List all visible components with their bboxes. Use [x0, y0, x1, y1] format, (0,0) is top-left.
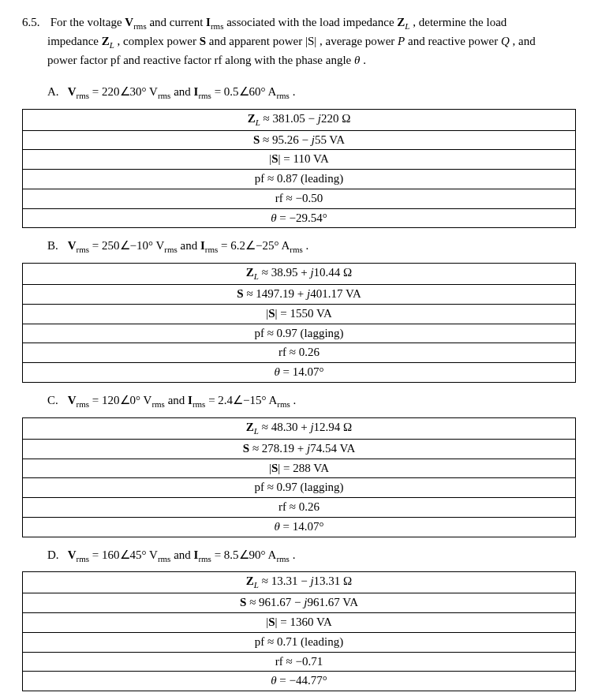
- answer-cell: θ = 14.07°: [23, 517, 576, 537]
- table-row: θ = 14.07°: [23, 363, 576, 383]
- sub-rms: rms: [276, 554, 290, 563]
- sym-theta: θ: [354, 54, 360, 66]
- stem-text: associated with the load impedance: [226, 16, 397, 28]
- answer-cell: rf ≈ −0.50: [23, 189, 576, 208]
- sub-rms: rms: [133, 21, 147, 31]
- given-text: and: [174, 85, 193, 98]
- sub-rms: rms: [158, 91, 171, 100]
- sub-rms: rms: [158, 554, 171, 563]
- given-text: and: [168, 394, 188, 406]
- sub-rms: rms: [77, 399, 90, 409]
- answer-cell: pf ≈ 0.87 (leading): [23, 170, 576, 189]
- given-text: = 160∠45°: [92, 548, 149, 561]
- sub-rms: rms: [77, 245, 90, 254]
- table-row: |S| = 110 VA: [23, 150, 576, 170]
- answer-cell: rf ≈ 0.26: [23, 343, 576, 363]
- table-row: pf ≈ 0.87 (leading): [23, 170, 576, 189]
- table-row: ZL ≈ 48.30 + j12.94 Ω: [23, 417, 576, 439]
- sub-rms: rms: [277, 399, 290, 409]
- given-text: = 120∠0°: [92, 394, 144, 406]
- answer-cell: θ = −44.77°: [23, 672, 576, 691]
- stem-text: , average power: [320, 35, 398, 47]
- table-row: rf ≈ −0.71: [23, 652, 576, 672]
- sym-s: S: [200, 35, 206, 47]
- stem-text: and reactive power: [408, 35, 501, 47]
- answer-cell: S ≈ 961.67 − j961.67 VA: [23, 593, 576, 613]
- given-text: = 0.5∠60°: [215, 85, 268, 98]
- sub-rms: rms: [198, 91, 211, 100]
- answer-cell: |S| = 110 VA: [23, 150, 576, 170]
- part-c: C. Vrms = 120∠0° Vrms and Irms = 2.4∠−15…: [22, 392, 576, 411]
- sym-v: V: [68, 239, 77, 252]
- table-row: S ≈ 961.67 − j961.67 VA: [23, 593, 576, 613]
- answer-cell: pf ≈ 0.71 (leading): [23, 632, 576, 652]
- answer-table-b: ZL ≈ 38.95 + j10.44 ΩS ≈ 1497.19 + j401.…: [22, 263, 576, 383]
- sub-rms: rms: [276, 91, 290, 100]
- stem-text: and apparent power: [209, 35, 305, 47]
- given-text: .: [293, 85, 296, 98]
- sub-l: L: [405, 21, 409, 31]
- table-row: rf ≈ −0.50: [23, 189, 576, 208]
- stem-text: impedance: [47, 35, 102, 47]
- table-row: rf ≈ 0.26: [23, 498, 576, 518]
- part-label: A.: [47, 84, 65, 101]
- answer-cell: |S| = 1360 VA: [23, 613, 576, 633]
- sub-rms: rms: [77, 91, 90, 100]
- sub-rms: rms: [164, 245, 178, 254]
- sub-l: L: [110, 40, 114, 50]
- table-row: |S| = 288 VA: [23, 459, 576, 478]
- table-row: rf ≈ 0.26: [23, 343, 576, 363]
- table-row: ZL ≈ 13.31 − j13.31 Ω: [23, 572, 576, 593]
- part-b: B. Vrms = 250∠−10° Vrms and Irms = 6.2∠−…: [22, 238, 576, 256]
- given-text: = 2.4∠−15°: [208, 394, 268, 406]
- table-row: θ = −44.77°: [23, 672, 576, 691]
- answer-cell: θ = −29.54°: [23, 208, 576, 228]
- answer-cell: rf ≈ 0.26: [23, 498, 576, 518]
- problem-stem: 6.5. For the voltage Vrms and current Ir…: [22, 14, 576, 69]
- table-row: ZL ≈ 381.05 − j220 Ω: [23, 109, 576, 130]
- answer-cell: pf ≈ 0.97 (lagging): [23, 478, 576, 498]
- sym-z: Z: [397, 16, 405, 28]
- stem-text: and current: [149, 16, 206, 28]
- part-label: B.: [47, 238, 65, 255]
- table-row: pf ≈ 0.71 (leading): [23, 632, 576, 652]
- answer-cell: |S| = 288 VA: [23, 459, 576, 478]
- answer-table-a: ZL ≈ 381.05 − j220 ΩS ≈ 95.26 − j55 VA|S…: [22, 109, 576, 229]
- answer-cell: |S| = 1550 VA: [23, 304, 576, 324]
- given-text: = 220∠30°: [92, 85, 149, 98]
- stem-text: , determine the load: [413, 16, 506, 28]
- answer-cell: rf ≈ −0.71: [23, 652, 576, 672]
- sym-p: P: [398, 35, 405, 47]
- table-row: S ≈ 278.19 + j74.54 VA: [23, 439, 576, 459]
- table-row: S ≈ 95.26 − j55 VA: [23, 130, 576, 150]
- table-row: S ≈ 1497.19 + j401.17 VA: [23, 285, 576, 305]
- answer-cell: ZL ≈ 48.30 + j12.94 Ω: [23, 417, 576, 439]
- given-text: .: [293, 394, 297, 406]
- answer-cell: ZL ≈ 381.05 − j220 Ω: [23, 109, 576, 130]
- table-row: |S| = 1360 VA: [23, 613, 576, 633]
- given-text: = 250∠−10°: [92, 239, 156, 252]
- answer-cell: θ = 14.07°: [23, 363, 576, 383]
- sym-abs-s: |S|: [305, 35, 316, 47]
- part-d: D. Vrms = 160∠45° Vrms and Irms = 8.5∠90…: [22, 547, 576, 566]
- stem-text: , complex power: [118, 35, 200, 47]
- table-row: θ = 14.07°: [23, 517, 576, 537]
- stem-text: power factor pf and reactive factor rf a…: [47, 54, 354, 66]
- given-text: and: [174, 548, 193, 561]
- answer-table-d: ZL ≈ 13.31 − j13.31 ΩS ≈ 961.67 − j961.6…: [22, 571, 576, 691]
- problem-number: 6.5.: [22, 14, 47, 32]
- given-text: = 6.2∠−25°: [221, 239, 281, 252]
- sub-rms: rms: [290, 245, 303, 254]
- stem-line-3: power factor pf and reactive factor rf a…: [22, 52, 576, 69]
- table-row: pf ≈ 0.97 (lagging): [23, 478, 576, 498]
- answer-cell: S ≈ 278.19 + j74.54 VA: [23, 439, 576, 459]
- table-row: |S| = 1550 VA: [23, 304, 576, 324]
- sym-z: Z: [102, 35, 110, 47]
- answer-cell: ZL ≈ 13.31 − j13.31 Ω: [23, 572, 576, 593]
- table-row: θ = −29.54°: [23, 208, 576, 228]
- sym-v: V: [68, 394, 77, 406]
- sym-v: V: [125, 16, 133, 28]
- given-text: = 8.5∠90°: [215, 548, 268, 561]
- answer-cell: S ≈ 1497.19 + j401.17 VA: [23, 285, 576, 305]
- answer-cell: ZL ≈ 38.95 + j10.44 Ω: [23, 264, 576, 285]
